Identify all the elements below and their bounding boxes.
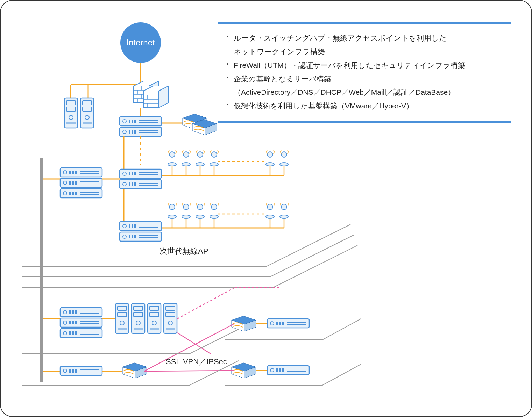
server-tower-icon — [80, 98, 94, 128]
switch-icon — [60, 318, 102, 327]
switch-icon — [60, 178, 102, 187]
server-tower-icon — [148, 303, 161, 333]
switch-icon — [60, 189, 102, 198]
switch-icon — [267, 366, 309, 375]
ap-row-1 — [162, 150, 288, 175]
server-tower-icon — [115, 303, 129, 333]
network-diagram-svg: Internet — [1, 1, 532, 417]
internet-label: Internet — [126, 38, 155, 47]
vpn-label: SSL-VPN／IPSec — [166, 357, 227, 367]
diagram-frame: ルータ・スイッチングハブ・無線アクセスポイントを利用した ネットワークインフラ構… — [0, 0, 532, 417]
server-tower-icon — [132, 303, 145, 333]
ap-row-2 — [162, 203, 288, 228]
wireless-ap-label: 次世代無線AP — [159, 246, 208, 257]
vpn-link — [144, 371, 234, 371]
server-tower-icon — [164, 303, 177, 333]
switch-icon — [120, 180, 162, 189]
switch-icon — [267, 319, 309, 328]
switch-icon — [60, 308, 102, 317]
switch-icon — [60, 168, 102, 177]
switch-icon — [120, 169, 162, 178]
firewall-icon — [143, 86, 169, 108]
vpn-gateway-icon — [122, 363, 147, 378]
switch-icon — [120, 232, 162, 241]
switch-icon — [120, 127, 162, 136]
switch-icon — [120, 117, 162, 126]
remote-router-icon — [232, 363, 256, 378]
vertical-trunk-icon — [40, 158, 43, 382]
remote-router-icon — [232, 316, 256, 331]
switch-icon — [60, 366, 102, 375]
server-tower-icon — [64, 98, 78, 128]
vpn-link-dashed — [177, 287, 235, 319]
switch-icon — [120, 222, 162, 231]
switch-icon — [60, 329, 102, 338]
